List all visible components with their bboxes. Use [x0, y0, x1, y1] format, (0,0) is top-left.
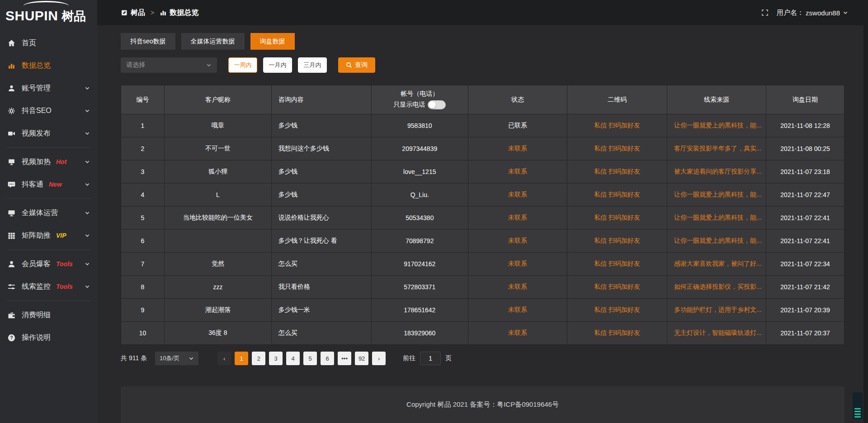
scrollbar-track[interactable] [863, 0, 868, 423]
cell-status: 未联系 [468, 253, 567, 276]
cell-date: 2021-11-07 22:41 [766, 207, 844, 230]
cell-source-link[interactable]: 客厅安装投影半年多了，真实... [667, 137, 766, 160]
sidebar-item-label: 视频发布 [22, 129, 51, 138]
cell-content: 多少钱？让我死心 看 [271, 230, 371, 253]
sidebar-item-badge: Tools [56, 283, 73, 290]
page-button-2[interactable]: 2 [252, 352, 265, 365]
cell-qrcode-link[interactable]: 私信 扫码加好友 [567, 183, 667, 207]
phone-only-toggle[interactable] [428, 100, 446, 109]
cell-qrcode-link[interactable]: 私信 扫码加好友 [567, 276, 667, 299]
cell-source-link[interactable]: 让你一眼就爱上的黑科技，能... [667, 230, 766, 253]
sidebar-item-label: 线索监控 [22, 282, 51, 291]
sidebar-item-badge: New [49, 181, 62, 188]
sidebar-item-label: 抖音SEO [22, 106, 52, 116]
cell-nickname: 觉然 [165, 253, 272, 276]
cell-status: 已联系 [468, 114, 567, 137]
sidebar-item-douyin-seo[interactable]: 抖音SEO [0, 99, 97, 122]
page-size-select[interactable]: 10条/页 [155, 352, 198, 365]
page-button-6[interactable]: 6 [321, 352, 334, 365]
page-button-5[interactable]: 5 [303, 352, 317, 365]
cell-qrcode-link[interactable]: 私信 扫码加好友 [567, 322, 667, 345]
sidebar-item-omni-media[interactable]: 全媒体运营 [0, 202, 97, 224]
sidebar-divider [7, 301, 90, 301]
filter-select[interactable]: 请选择 [121, 57, 217, 73]
cell-id: 1 [121, 114, 165, 137]
cell-status: 未联系 [468, 183, 567, 207]
cell-id: 4 [121, 183, 165, 207]
cell-status: 未联系 [468, 230, 567, 253]
cell-source-link[interactable]: 被大家追着问的客厅投影分享... [667, 160, 766, 183]
cell-source-link[interactable]: 多功能护栏灯，适用于乡村文... [667, 299, 766, 322]
table-row: 9潮起潮落多少钱一米178651642未联系私信 扫码加好友多功能护栏灯，适用于… [121, 299, 844, 322]
sidebar-item-member-burst[interactable]: 会员爆客Tools [0, 253, 97, 275]
query-button[interactable]: 查询 [338, 57, 375, 73]
sidebar-item-consume-detail[interactable]: 消费明细 [0, 304, 97, 326]
cell-source-link[interactable]: 让你一眼就爱上的黑科技，能... [667, 183, 766, 207]
chevron-down-icon [85, 233, 90, 238]
page-button-1[interactable]: 1 [235, 352, 248, 365]
sidebar-item-lead-monitor[interactable]: 线索监控Tools [0, 275, 97, 298]
cell-qrcode-link[interactable]: 私信 扫码加好友 [567, 299, 667, 322]
page-button-92[interactable]: 92 [355, 352, 368, 365]
cell-qrcode-link[interactable]: 私信 扫码加好友 [567, 207, 667, 230]
cell-source-link[interactable]: 如何正确选择投影仪，买投影... [667, 276, 766, 299]
range-button-2[interactable]: 三月内 [298, 57, 327, 73]
page-button-•••[interactable]: ••• [338, 352, 351, 365]
breadcrumb-separator: > [151, 9, 154, 16]
tab-0[interactable]: 抖音seo数据 [121, 33, 175, 50]
cell-qrcode-link[interactable]: 私信 扫码加好友 [567, 230, 667, 253]
page-button-4[interactable]: 4 [286, 352, 300, 365]
col-source: 线索来源 [667, 85, 766, 114]
cell-account: Q_Liu. [371, 183, 468, 207]
cell-qrcode-link[interactable]: 私信 扫码加好友 [567, 114, 667, 137]
range-button-1[interactable]: 一月内 [263, 57, 292, 73]
sidebar-item-data-overview[interactable]: 数据总览 [0, 54, 97, 77]
sidebar-item-label: 矩阵助推 [22, 231, 51, 240]
cell-qrcode-link[interactable]: 私信 扫码加好友 [567, 137, 667, 160]
chevron-down-icon [206, 62, 212, 68]
cell-qrcode-link[interactable]: 私信 扫码加好友 [567, 160, 667, 183]
prev-page-button[interactable]: ‹ [217, 352, 231, 365]
sidebar-item-label: 视频加热 [22, 157, 51, 167]
cell-status: 未联系 [468, 207, 567, 230]
cell-date: 2021-11-08 12:28 [766, 114, 844, 137]
cell-qrcode-link[interactable]: 私信 扫码加好友 [567, 253, 667, 276]
next-page-button[interactable]: › [372, 352, 386, 365]
sidebar-item-home[interactable]: 首页 [0, 32, 97, 54]
cell-source-link[interactable]: 让你一眼就爱上的黑科技，能... [667, 207, 766, 230]
cell-status: 未联系 [468, 322, 567, 345]
cell-account: 2097344839 [371, 137, 468, 160]
sidebar-item-operation-guide[interactable]: ?操作说明 [0, 326, 97, 349]
goto-page-input[interactable] [420, 352, 441, 365]
tab-2[interactable]: 询盘数据 [250, 33, 295, 50]
cell-date: 2021-11-07 22:34 [766, 253, 844, 276]
chevron-down-icon [85, 284, 90, 289]
table-row: 1036度 8怎么买183929060未联系私信 扫码加好友无主灯设计，智能磁吸… [121, 322, 844, 345]
table-row: 5当地比较能吃的一位美女说说价格让我死心50534380未联系私信 扫码加好友让… [121, 207, 844, 230]
filter-select-placeholder: 请选择 [126, 61, 145, 69]
sidebar-item-video-heat[interactable]: 视频加热Hot [0, 150, 97, 173]
cell-source-link[interactable]: 感谢大家喜欢我家，被问了好... [667, 253, 766, 276]
cell-source-link[interactable]: 无主灯设计，智能磁吸轨道灯... [667, 322, 766, 345]
col-date: 询盘日期 [766, 85, 844, 114]
cell-id: 8 [121, 276, 165, 299]
breadcrumb-root[interactable]: 树品 [131, 8, 145, 18]
sidebar-item-douketong[interactable]: 抖客通New [0, 173, 97, 196]
range-button-0[interactable]: 一周内 [228, 57, 257, 73]
pagination: 共 911 条 10条/页 ‹ 123456•••92 › 前往 页 [121, 352, 844, 365]
sidebar-item-video-publish[interactable]: 视频发布 [0, 122, 97, 145]
fullscreen-icon[interactable] [761, 9, 769, 16]
toggle-knob [429, 101, 436, 108]
tab-1[interactable]: 全媒体运营数据 [181, 33, 245, 50]
sidebar-item-matrix-boost[interactable]: 矩阵助推VIP [0, 224, 97, 247]
cell-date: 2021-11-07 23:18 [766, 160, 844, 183]
footer: Copyright 树品 2021 备案号：粤ICP备09019646号 [121, 386, 844, 423]
cell-source-link[interactable]: 让你一眼就爱上的黑科技，能... [667, 114, 766, 137]
sidebar-item-account-manage[interactable]: 账号管理 [0, 77, 97, 99]
col-content: 咨询内容 [271, 85, 371, 114]
floating-widget[interactable] [853, 392, 863, 419]
chevron-down-icon [85, 131, 90, 136]
page-button-3[interactable]: 3 [269, 352, 283, 365]
cell-account: 178651642 [371, 299, 468, 322]
user-menu[interactable]: 用户名：zswodun88 [777, 9, 848, 17]
